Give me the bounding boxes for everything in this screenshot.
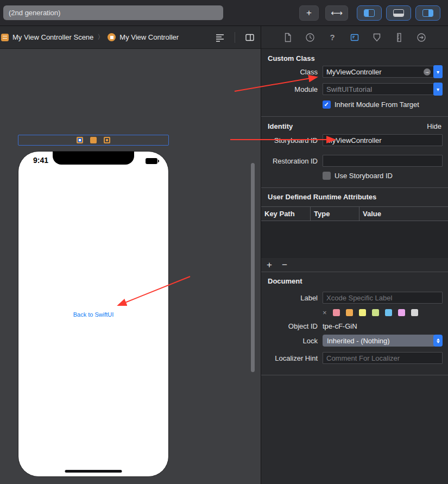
panel-left-icon: [364, 9, 375, 17]
notch: [53, 152, 134, 165]
canvas-scrollbar[interactable]: [251, 163, 255, 372]
panel-bottom-icon: [393, 9, 404, 17]
toggle-inspector-button[interactable]: [415, 5, 440, 21]
document-label-row: Label: [261, 292, 448, 304]
home-indicator: [65, 470, 122, 473]
module-label: Module: [261, 85, 318, 93]
editor-pane-toggles: [357, 5, 440, 21]
module-value: SwiftUITutorial: [326, 85, 372, 93]
storyboard-id-field[interactable]: MyViewController: [323, 134, 443, 146]
class-dropdown-button[interactable]: ▾: [433, 65, 443, 78]
color-swatch-yellow[interactable]: [359, 309, 366, 316]
tab-connections-inspector[interactable]: [415, 32, 427, 43]
toggle-debug-area-button[interactable]: [386, 5, 411, 21]
lock-value: Inherited - (Nothing): [327, 337, 390, 345]
breadcrumb-scene[interactable]: My View Controller Scene: [12, 33, 93, 41]
lock-dropdown[interactable]: Inherited - (Nothing): [323, 335, 436, 347]
breadcrumb-chevron-icon: 〉: [97, 33, 104, 42]
identity-section-title: Identity Hide: [261, 117, 448, 131]
localizer-hint-label: Localizer Hint: [261, 354, 318, 362]
localizer-hint-field[interactable]: [323, 352, 443, 364]
remove-attribute-button[interactable]: −: [282, 260, 287, 269]
restoration-id-row: Restoration ID: [261, 155, 448, 167]
toggle-navigator-button[interactable]: [357, 5, 382, 21]
inherit-module-label: Inherit Module From Target: [335, 100, 419, 109]
toolbar: (2nd generation) + ⟷: [0, 0, 448, 26]
storyboard-document-icon: [1, 34, 9, 41]
breadcrumb-controller[interactable]: My View Controller: [119, 33, 179, 41]
class-label: Class: [261, 68, 318, 76]
library-add-button[interactable]: +: [299, 5, 319, 21]
color-swatch-purple[interactable]: [398, 309, 405, 316]
module-dropdown-button[interactable]: ▾: [433, 83, 443, 96]
scheme-field[interactable]: (2nd generation): [3, 5, 223, 20]
lock-label: Lock: [261, 337, 318, 345]
restoration-id-field[interactable]: [323, 155, 443, 167]
section-separator: [261, 375, 448, 375]
panel-right-icon: [422, 9, 433, 17]
first-responder-icon[interactable]: [90, 137, 97, 143]
tab-history-inspector[interactable]: [304, 32, 316, 43]
document-label-field[interactable]: [323, 292, 443, 304]
device-preview[interactable]: 9:41 Back to SwiftUI: [18, 151, 169, 477]
use-storyboard-id-row: Use Storyboard ID: [261, 172, 448, 180]
module-row: Module SwiftUITutorial ▾: [261, 83, 448, 96]
jump-bar-divider: [235, 32, 235, 43]
color-swatch-orange[interactable]: [346, 309, 353, 316]
class-field[interactable]: MyViewController →: [323, 66, 434, 78]
runtime-attributes-header: Key Path Type Value: [261, 206, 448, 221]
class-row: Class MyViewController → ▾: [261, 65, 448, 78]
document-label-label: Label: [261, 294, 318, 302]
inherit-module-checkbox[interactable]: [323, 100, 331, 109]
label-color-swatches: ×: [261, 309, 448, 317]
custom-class-section-title: Custom Class: [261, 49, 448, 63]
object-id-label: Object ID: [261, 322, 318, 330]
add-attribute-button[interactable]: +: [267, 260, 272, 269]
exit-segue-icon[interactable]: [104, 137, 110, 143]
lock-row: Lock Inherited - (Nothing): [261, 335, 448, 347]
no-color-swatch[interactable]: ×: [323, 309, 327, 317]
jump-to-class-icon[interactable]: →: [424, 68, 431, 76]
runtime-attributes-footer: + −: [261, 258, 448, 272]
hide-link[interactable]: Hide: [427, 122, 441, 130]
document-section-title: Document: [261, 272, 448, 286]
jump-bar: My View Controller Scene 〉 My View Contr…: [0, 26, 261, 49]
view-controller-dock-icon[interactable]: [77, 137, 83, 143]
class-value: MyViewController: [326, 68, 382, 76]
color-swatch-blue[interactable]: [385, 309, 392, 316]
view-controller-icon: [108, 33, 116, 41]
scene-dock[interactable]: [18, 135, 169, 146]
column-value: Value: [359, 207, 448, 221]
lock-dropdown-stepper[interactable]: [433, 335, 443, 347]
document-title-text: Document: [268, 277, 302, 285]
add-editor-icon[interactable]: [244, 32, 255, 43]
module-field[interactable]: SwiftUITutorial: [323, 83, 434, 95]
tab-file-inspector[interactable]: [282, 32, 294, 43]
color-swatch-green[interactable]: [372, 309, 379, 316]
inspector-tab-bar: ?: [261, 26, 448, 49]
editor-options-icon[interactable]: [214, 32, 225, 43]
runtime-attributes-table-body[interactable]: [261, 221, 448, 258]
custom-class-title-text: Custom Class: [268, 54, 315, 62]
battery-icon: [146, 158, 157, 164]
xcode-window: (2nd generation) + ⟷ My View Controller …: [0, 0, 448, 484]
back-to-swiftui-link[interactable]: Back to SwiftUI: [18, 311, 168, 318]
identity-inspector-panel: Custom Class Class MyViewController → ▾ …: [261, 49, 448, 484]
chevron-down-icon: [437, 341, 440, 343]
storyboard-canvas[interactable]: 9:41 Back to SwiftUI: [0, 49, 261, 484]
color-swatch-gray[interactable]: [411, 309, 418, 316]
runtime-attributes-title-text: User Defined Runtime Attributes: [268, 193, 376, 201]
use-storyboard-id-checkbox[interactable]: [323, 172, 331, 180]
inherit-module-row: Inherit Module From Target: [261, 100, 448, 109]
swap-editors-button[interactable]: ⟷: [325, 5, 348, 21]
object-id-value: tpe-cF-GiN: [323, 322, 443, 330]
tab-attributes-inspector[interactable]: [371, 32, 383, 43]
restoration-id-label: Restoration ID: [261, 157, 318, 165]
color-swatch-pink[interactable]: [333, 309, 340, 316]
tab-quick-help-inspector[interactable]: ?: [326, 32, 338, 43]
tab-identity-inspector[interactable]: [349, 32, 361, 43]
runtime-attributes-section-title: User Defined Runtime Attributes: [261, 188, 448, 202]
storyboard-id-label: Storyboard ID: [261, 136, 318, 144]
tab-size-inspector[interactable]: [393, 32, 405, 43]
chevron-up-icon: [437, 338, 440, 341]
